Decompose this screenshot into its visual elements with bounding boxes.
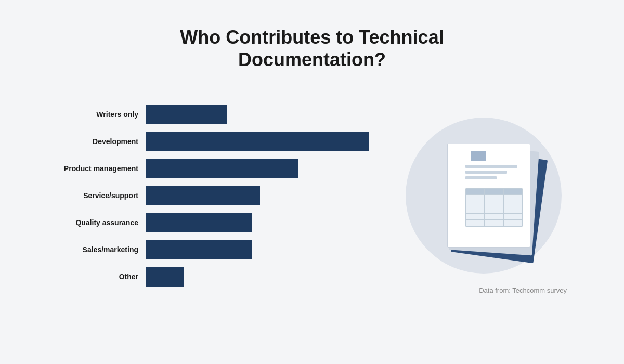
- bar-label: Service/support: [31, 191, 146, 200]
- bar-row: Sales/marketing: [31, 236, 385, 263]
- table-row: [466, 220, 522, 226]
- bar-label: Sales/marketing: [31, 245, 146, 254]
- bar-label: Product management: [31, 164, 146, 173]
- bar-fill: [146, 240, 252, 259]
- table-cell: [466, 189, 485, 194]
- bar-fill: [146, 105, 227, 124]
- table-cell: [466, 214, 485, 219]
- bar-row: Development: [31, 128, 385, 155]
- bar-fill: [146, 267, 184, 287]
- bar-label: Quality assurance: [31, 218, 146, 227]
- chart-title: Who Contributes to Technical Documentati…: [180, 26, 444, 71]
- table-cell: [466, 195, 485, 201]
- table-cell: [466, 220, 485, 226]
- bar-chart: Writers onlyDevelopmentProduct managemen…: [31, 101, 385, 290]
- table-cell: [504, 220, 522, 226]
- bar-label: Other: [31, 272, 146, 281]
- table-cell: [504, 214, 522, 219]
- doc-header-box: [471, 151, 486, 161]
- table-row: [466, 201, 522, 207]
- bar-row: Quality assurance: [31, 209, 385, 236]
- page-container: Who Contributes to Technical Documentati…: [0, 0, 624, 364]
- chart-area: Writers onlyDevelopmentProduct managemen…: [0, 86, 624, 305]
- table-row: [466, 207, 522, 214]
- doc-front-page: [447, 144, 530, 248]
- table-cell: [485, 195, 503, 201]
- doc-table: [465, 188, 523, 227]
- table-cell: [485, 214, 503, 219]
- table-cell: [466, 207, 485, 213]
- bar-row: Product management: [31, 155, 385, 182]
- table-header-row: [466, 189, 522, 195]
- bar-fill: [146, 159, 298, 178]
- table-cell: [485, 201, 503, 207]
- doc-line-3: [465, 176, 497, 179]
- bar-fill: [146, 186, 260, 205]
- table-cell: [504, 207, 522, 213]
- bar-label: Writers only: [31, 110, 146, 119]
- table-row: [466, 214, 522, 220]
- table-cell: [466, 201, 485, 207]
- table-cell: [485, 220, 503, 226]
- doc-line-2: [465, 171, 507, 174]
- bar-fill: [146, 213, 252, 232]
- bar-fill: [146, 132, 369, 151]
- bar-label: Development: [31, 137, 146, 146]
- illustration-area: Data from: Techcomm survey: [385, 86, 582, 305]
- data-source: Data from: Techcomm survey: [479, 287, 567, 294]
- table-cell: [504, 201, 522, 207]
- bar-row: Writers only: [31, 101, 385, 128]
- doc-line-1: [465, 165, 517, 168]
- table-cell: [504, 189, 522, 194]
- table-row: [466, 195, 522, 201]
- doc-text-lines: [465, 165, 517, 179]
- document-illustration: [432, 138, 536, 253]
- bar-row: Other: [31, 263, 385, 290]
- bar-row: Service/support: [31, 182, 385, 209]
- table-cell: [485, 207, 503, 213]
- circle-background: [406, 118, 562, 274]
- table-cell: [504, 195, 522, 201]
- table-cell: [485, 189, 503, 194]
